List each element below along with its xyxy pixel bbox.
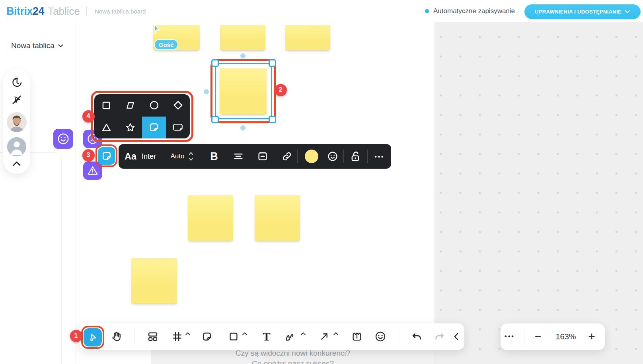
undo-button[interactable] (411, 331, 423, 343)
chevron-left-icon (452, 332, 461, 341)
shape-tool-expand[interactable] (242, 332, 247, 335)
redo-button[interactable] (434, 331, 445, 343)
stepper-chevrons-icon (188, 150, 194, 162)
frame-tool[interactable] (171, 331, 183, 342)
collaborator-photo-icon (7, 112, 27, 132)
emoji-tool[interactable] (374, 331, 386, 343)
sticky-note[interactable] (131, 258, 177, 304)
shape-tool[interactable] (228, 331, 239, 342)
parallelogram-icon (125, 100, 136, 111)
sticky-note[interactable] (255, 195, 300, 241)
shape-diamond[interactable] (166, 94, 190, 117)
text-tool[interactable]: T (263, 330, 270, 343)
reaction-smiley-button[interactable] (53, 129, 73, 149)
selection-box[interactable] (215, 63, 272, 119)
more-options-button[interactable]: ••• (375, 153, 385, 160)
font-style-button[interactable]: Aa (125, 151, 136, 162)
zoom-level-value[interactable]: 163% (555, 332, 576, 341)
shape-triangle[interactable] (94, 117, 118, 139)
resize-handle-nw[interactable] (211, 59, 219, 67)
bold-button[interactable]: B (210, 150, 218, 163)
emoji-icon (374, 331, 386, 343)
align-center-icon (233, 151, 244, 162)
font-size-value[interactable]: Auto (171, 152, 185, 160)
resize-handle-se[interactable] (269, 116, 276, 123)
upload-frame-tool[interactable] (351, 331, 362, 342)
align-button[interactable] (233, 151, 244, 162)
zoom-out-button[interactable]: − (535, 330, 541, 343)
resize-handle-ne[interactable] (269, 59, 276, 67)
arrow-tool-expand[interactable] (333, 332, 339, 335)
collaborator-avatar[interactable] (7, 112, 27, 132)
pen-tool-expand[interactable] (301, 332, 306, 335)
link-icon (281, 151, 292, 162)
shape-picker-popup (94, 94, 190, 138)
collapse-panel-button[interactable] (12, 161, 21, 166)
link-button[interactable] (281, 151, 292, 162)
zoom-in-button[interactable]: + (588, 330, 595, 343)
laser-pointer-button[interactable] (11, 94, 23, 106)
permissions-share-button[interactable]: UPRAWNIENIA I UDOSTĘPNIANIE (524, 4, 641, 19)
sticky-note-icon (101, 150, 112, 162)
connector-dot-bottom[interactable] (240, 125, 246, 130)
connector-dot-left[interactable] (204, 89, 209, 94)
fill-color-button[interactable] (305, 150, 318, 163)
frame-tool-expand[interactable] (185, 332, 191, 335)
fill-color-swatch (305, 150, 318, 163)
caret-up-icon (242, 332, 247, 335)
user-avatar[interactable] (7, 137, 26, 156)
arrow-tool[interactable] (319, 331, 330, 342)
lock-button[interactable] (349, 150, 361, 162)
shape-star[interactable] (118, 117, 142, 139)
timer-button[interactable] (11, 76, 22, 88)
logo-24: 24 (33, 5, 44, 18)
chevron-down-icon (625, 10, 630, 14)
canvas-more-button[interactable]: ••• (505, 333, 515, 340)
sticky-note[interactable] (188, 195, 233, 241)
unlock-icon (349, 150, 361, 162)
board-title-label: Nowa tablica (11, 41, 55, 50)
text-frame-button[interactable] (257, 151, 268, 162)
shape-parallelogram[interactable] (118, 94, 142, 117)
shape-sticky-note-selected[interactable] (142, 117, 166, 139)
sticky-note[interactable] (285, 25, 330, 50)
breadcrumb[interactable]: Nowa tablica.board (95, 8, 146, 15)
frame-question-1[interactable]: Czy są widoczni nowi konkurenci? (236, 349, 350, 358)
frame-question-2[interactable]: Co opóźni nasz sukces? (252, 359, 334, 364)
sticky-note-icon (148, 122, 160, 133)
zoom-controls: ••• − 163% + (501, 323, 605, 350)
star-icon (125, 122, 136, 133)
templates-tool[interactable] (147, 331, 158, 342)
hand-tool[interactable] (111, 331, 123, 343)
board-background-grid[interactable] (435, 22, 643, 364)
guest-cursor-icon (152, 24, 162, 35)
pen-tool[interactable] (284, 331, 296, 343)
collapse-toolbar-button[interactable] (452, 332, 461, 341)
resize-handle-sw[interactable] (211, 116, 219, 123)
collapsed-side-panel (0, 152, 62, 364)
arrow-ne-icon (319, 331, 330, 342)
annotation-badge-1: 1 (70, 330, 82, 342)
circle-icon (149, 100, 160, 111)
shape-sticky-note-wide[interactable] (166, 117, 190, 139)
emoji-button[interactable] (327, 151, 339, 162)
select-tool-active[interactable] (84, 328, 102, 346)
square-icon (228, 331, 239, 342)
text-frame-icon (257, 151, 268, 162)
shape-square[interactable] (94, 94, 118, 117)
font-family-button[interactable]: Inter (142, 152, 156, 161)
sticky-note-tool[interactable] (201, 331, 212, 342)
pen-scribble-icon (284, 331, 296, 343)
caret-up-icon (333, 332, 339, 335)
bitrix24-logo[interactable]: Bitrix 24 Tablice (6, 5, 80, 18)
shape-circle[interactable] (142, 94, 166, 117)
sticky-note[interactable] (220, 25, 265, 50)
frame-icon (171, 331, 183, 342)
sticky-note-tool-active[interactable] (98, 147, 115, 165)
templates-icon (147, 331, 158, 342)
smiley-icon (57, 132, 70, 145)
autosave-label: Automatyczne zapisywanie (433, 7, 515, 15)
font-size-stepper[interactable] (188, 150, 194, 162)
connector-dot-top[interactable] (240, 53, 246, 58)
board-title[interactable]: Nowa tablica (11, 41, 64, 50)
